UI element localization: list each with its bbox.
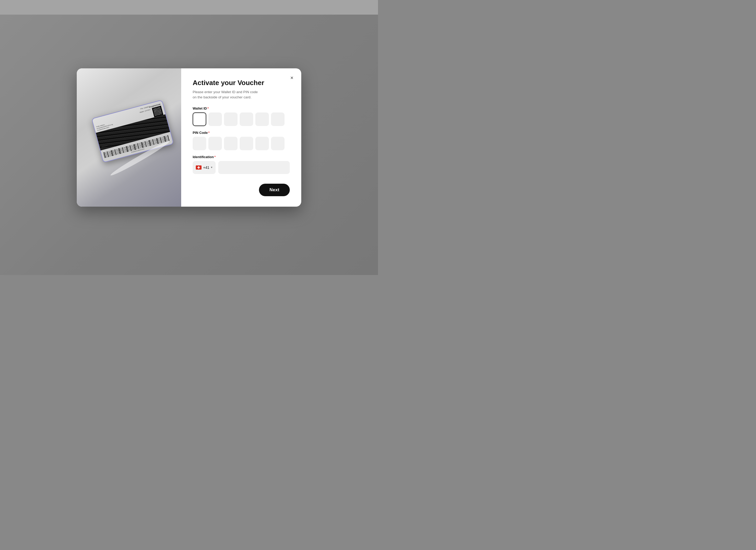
next-button[interactable]: Next <box>259 184 290 196</box>
modal-form-panel: × Activate your Voucher Please enter you… <box>181 68 301 207</box>
modal-subtitle: Please enter your Wallet ID and PIN code… <box>193 90 290 100</box>
country-code: +41 <box>203 166 209 170</box>
activate-voucher-modal: cryptonow PIN: C0W8K2 Wallet: UHYR07 Pub… <box>77 68 301 207</box>
modal-title: Activate your Voucher <box>193 79 290 87</box>
wallet-id-box-6[interactable] <box>271 113 285 126</box>
modal-overlay: cryptonow PIN: C0W8K2 Wallet: UHYR07 Pub… <box>0 0 378 275</box>
swiss-flag-icon <box>196 166 202 170</box>
wallet-id-box-1[interactable] <box>193 113 206 126</box>
wallet-id-field-group: Wallet ID * <box>193 107 290 126</box>
wallet-id-required: * <box>207 107 209 110</box>
chevron-down-icon: ▾ <box>211 166 212 169</box>
pin-code-box-5[interactable] <box>255 137 269 150</box>
wallet-id-box-4[interactable] <box>240 113 253 126</box>
pin-code-inputs <box>193 137 290 150</box>
identification-label: Identification * <box>193 155 290 159</box>
wallet-id-box-2[interactable] <box>208 113 222 126</box>
pin-code-label: PIN Code * <box>193 131 290 135</box>
country-selector-button[interactable]: +41 ▾ <box>193 161 216 174</box>
wallet-id-box-3[interactable] <box>224 113 238 126</box>
modal-image-panel: cryptonow PIN: C0W8K2 Wallet: UHYR07 Pub… <box>77 68 181 207</box>
wallet-id-box-5[interactable] <box>255 113 269 126</box>
voucher-card: cryptonow PIN: C0W8K2 Wallet: UHYR07 Pub… <box>91 100 174 163</box>
pin-code-box-3[interactable] <box>224 137 238 150</box>
pin-code-required: * <box>208 131 210 135</box>
pin-code-box-1[interactable] <box>193 137 206 150</box>
identification-row: +41 ▾ <box>193 161 290 174</box>
phone-number-input[interactable] <box>218 161 290 174</box>
pin-code-field-group: PIN Code * <box>193 131 290 150</box>
pin-code-box-6[interactable] <box>271 137 285 150</box>
wallet-id-inputs <box>193 113 290 126</box>
voucher-card-wrapper: cryptonow PIN: C0W8K2 Wallet: UHYR07 Pub… <box>91 100 174 163</box>
qr-inner <box>153 107 162 116</box>
pin-code-box-4[interactable] <box>240 137 253 150</box>
close-button[interactable]: × <box>288 74 296 82</box>
identification-required: * <box>214 155 216 159</box>
wallet-id-label: Wallet ID * <box>193 107 290 110</box>
identification-field-group: Identification * +41 ▾ <box>193 155 290 174</box>
pin-code-box-2[interactable] <box>208 137 222 150</box>
close-icon: × <box>290 75 293 81</box>
